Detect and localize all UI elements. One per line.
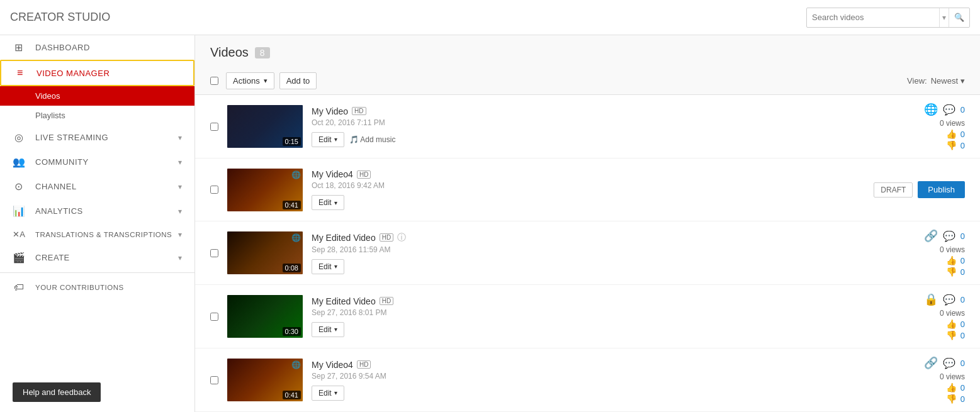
sidebar-footer: Help and feedback: [0, 372, 194, 412]
publish-button[interactable]: Publish: [918, 181, 965, 198]
dislikes-row: 👎 0: [946, 140, 965, 150]
video-title-row: My Video4 HD: [312, 169, 866, 179]
dislike-icon: 👎: [946, 394, 957, 404]
sidebar-item-dashboard[interactable]: ⊞ DASHBOARD: [0, 35, 194, 60]
video-title: My Video: [312, 106, 348, 116]
video-actions-row: Edit ▾: [312, 259, 889, 274]
video-info: My Edited Video HD ⓘ Sep 28, 2016 11:59 …: [312, 232, 889, 274]
sidebar-sub-item-videos[interactable]: Videos: [0, 86, 194, 106]
dislike-count: 0: [960, 267, 965, 277]
thumb-inner: 0:41 🌐: [227, 359, 303, 401]
edit-button[interactable]: Edit ▾: [312, 322, 344, 337]
thumb-inner: 0:08 🌐: [227, 231, 303, 274]
row-checkbox[interactable]: [210, 376, 218, 384]
content-header: Videos 8: [195, 35, 980, 67]
channel-icon: ⊙: [13, 181, 25, 192]
sidebar-item-your-contributions[interactable]: 🏷 YOUR CONTRIBUTIONS: [0, 276, 194, 299]
dislike-icon: 👎: [946, 330, 957, 340]
thumb-inner: 0:41 🌐: [227, 169, 303, 211]
video-date: Sep 27, 2016 8:01 PM: [312, 308, 889, 317]
thumb-inner: 0:15: [227, 105, 303, 148]
hd-badge: HD: [380, 233, 393, 242]
edit-chevron-icon: ▾: [334, 389, 337, 396]
row-checkbox[interactable]: [210, 186, 218, 194]
video-stats: 🔗 💬 0 0 views 👍 0 👎 0: [889, 229, 965, 277]
comment-icon: 💬: [943, 357, 955, 369]
chevron-down-icon: ▾: [178, 158, 183, 167]
video-title: My Edited Video: [312, 233, 376, 243]
like-count: 0: [960, 256, 965, 265]
views-label: 0 views: [940, 119, 965, 128]
video-actions-row: Edit ▾: [312, 195, 866, 210]
search-dropdown[interactable]: ▾: [939, 8, 949, 27]
actions-button[interactable]: Actions ▾: [226, 72, 274, 89]
sidebar-item-label: TRANSLATIONS & TRANSCRIPTIONS: [35, 231, 172, 238]
link-icon: 🔗: [924, 229, 938, 243]
dislike-icon: 👎: [946, 267, 957, 277]
public-icon: 🌐: [924, 103, 938, 116]
table-row: 0:41 🌐 My Video4 HD Sep 27, 2016 9:54 AM…: [195, 348, 980, 412]
dislikes-row: 👎 0: [946, 394, 965, 404]
sidebar-item-label: CREATE: [35, 253, 70, 262]
top-bar: CREATOR STUDIO ▾ 🔍: [0, 0, 980, 35]
globe-overlay-icon: 🌐: [291, 233, 301, 242]
sidebar-spacer: [0, 299, 194, 372]
sidebar-item-translations[interactable]: ✕A TRANSLATIONS & TRANSCRIPTIONS ▾: [0, 223, 194, 245]
view-chevron-icon: ▾: [960, 76, 965, 86]
video-title: My Edited Video: [312, 296, 376, 306]
help-feedback-button[interactable]: Help and feedback: [13, 382, 101, 402]
video-thumbnail: 0:30: [227, 295, 303, 338]
comment-icon: 💬: [943, 104, 955, 116]
video-count-badge: 8: [255, 47, 270, 58]
edit-button[interactable]: Edit ▾: [312, 195, 344, 210]
thumb-duration: 0:41: [283, 391, 301, 399]
edit-button[interactable]: Edit ▾: [312, 132, 344, 147]
search-bar: ▾ 🔍: [806, 8, 970, 28]
edit-button[interactable]: Edit ▾: [312, 386, 344, 401]
search-input[interactable]: [807, 13, 939, 22]
sidebar-item-label: VIDEO MANAGER: [37, 69, 110, 78]
sidebar-item-create[interactable]: 🎬 CREATE ▾: [0, 245, 194, 270]
select-all-checkbox[interactable]: [210, 77, 218, 85]
dislike-count: 0: [960, 331, 965, 340]
row-checkbox[interactable]: [210, 313, 218, 321]
table-row: 0:30 My Edited Video HD Sep 27, 2016 8:0…: [195, 285, 980, 348]
views-label: 0 views: [940, 245, 965, 254]
thumb-inner: 0:30: [227, 295, 303, 338]
hd-badge: HD: [380, 297, 393, 305]
add-music-button[interactable]: 🎵 Add music: [349, 135, 396, 144]
dislike-count: 0: [960, 394, 965, 404]
sidebar-sub-item-playlists[interactable]: Playlists: [0, 106, 194, 125]
sidebar-item-channel[interactable]: ⊙ CHANNEL ▾: [0, 174, 194, 199]
community-icon: 👥: [13, 156, 25, 168]
view-value: Newest: [931, 76, 958, 86]
sidebar-item-analytics[interactable]: 📊 ANALYTICS ▾: [0, 199, 194, 223]
row-checkbox[interactable]: [210, 123, 218, 131]
search-button[interactable]: 🔍: [949, 8, 969, 27]
row-checkbox[interactable]: [210, 249, 218, 257]
video-info: My Video4 HD Oct 18, 2016 9:42 AM Edit ▾: [312, 169, 866, 210]
like-count: 0: [960, 130, 965, 139]
add-to-button[interactable]: Add to: [279, 72, 317, 89]
sidebar-divider: [0, 272, 194, 273]
hd-badge: HD: [352, 107, 366, 115]
hd-badge: HD: [357, 360, 371, 369]
dashboard-icon: ⊞: [13, 42, 25, 53]
like-count: 0: [960, 320, 965, 329]
view-select[interactable]: Newest ▾: [931, 76, 965, 86]
sidebar-item-community[interactable]: 👥 COMMUNITY ▾: [0, 150, 194, 174]
sidebar-item-video-manager[interactable]: ≡ VIDEO MANAGER: [0, 60, 194, 86]
likes-row: 👍 0: [946, 129, 965, 139]
edit-button[interactable]: Edit ▾: [312, 259, 344, 274]
dislike-icon: 👎: [946, 140, 957, 150]
chevron-down-icon: ▾: [178, 253, 183, 262]
video-info: My Video HD Oct 20, 2016 7:11 PM Edit ▾ …: [312, 106, 889, 147]
video-stats: 🔒 💬 0 0 views 👍 0 👎 0: [889, 292, 965, 340]
video-date: Oct 18, 2016 9:42 AM: [312, 181, 866, 190]
comment-count: 0: [960, 105, 965, 114]
status-area: DRAFT Publish: [874, 181, 965, 198]
draft-badge: DRAFT: [874, 182, 913, 198]
video-title-row: My Edited Video HD: [312, 296, 889, 306]
sidebar-item-live-streaming[interactable]: ◎ LIVE STREAMING ▾: [0, 125, 194, 150]
info-icon[interactable]: ⓘ: [397, 232, 406, 243]
